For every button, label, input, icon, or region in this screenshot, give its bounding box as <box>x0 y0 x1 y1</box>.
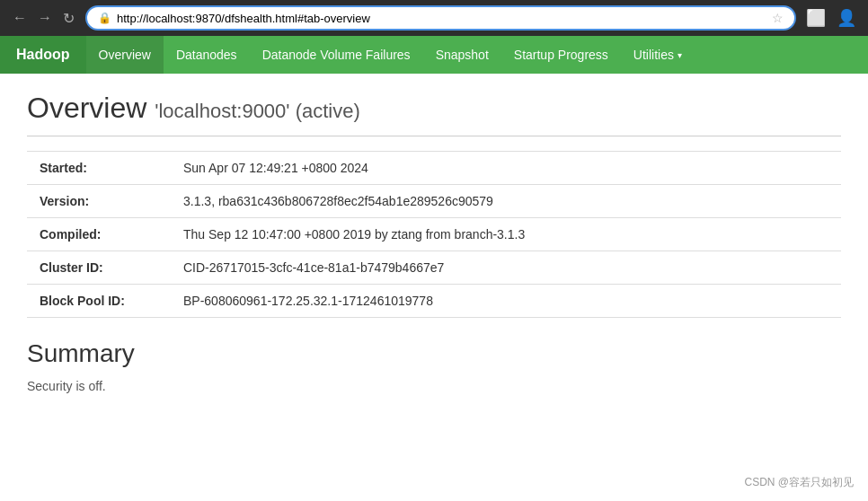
row-value: BP-608060961-172.25.32.1-1712461019778 <box>171 285 841 318</box>
lock-icon: 🔒 <box>98 12 111 24</box>
extension-button[interactable]: ⬜ <box>803 5 828 31</box>
summary-title: Summary <box>27 339 841 368</box>
browser-chrome: ← → ↻ 🔒 ☆ ⬜ 👤 <box>0 0 868 36</box>
nav-item-utilities: Utilities ▾ <box>621 36 695 74</box>
page-subtitle: 'localhost:9000' (active) <box>155 100 360 122</box>
nav-link-utilities[interactable]: Utilities ▾ <box>621 36 695 74</box>
nav-item-datanode-volume-failures: Datanode Volume Failures <box>250 36 423 74</box>
nav-link-datanodes[interactable]: Datanodes <box>164 36 250 74</box>
url-input[interactable] <box>117 12 766 25</box>
row-value: 3.1.3, rba631c436b806728f8ec2f54ab1e2895… <box>171 185 841 218</box>
browser-actions: ⬜ 👤 <box>803 5 859 31</box>
row-value: CID-26717015-3cfc-41ce-81a1-b7479b4667e7 <box>171 251 841 285</box>
row-label: Block Pool ID: <box>27 285 171 318</box>
nav-link-snapshot[interactable]: Snapshot <box>423 36 501 74</box>
row-label: Compiled: <box>27 218 171 251</box>
divider <box>27 136 841 136</box>
page-title: Overview 'localhost:9000' (active) <box>27 92 841 125</box>
row-label: Cluster ID: <box>27 251 171 285</box>
table-row: Started: Sun Apr 07 12:49:21 +0800 2024 <box>27 152 841 185</box>
nav-link-datanode-volume-failures[interactable]: Datanode Volume Failures <box>250 36 423 74</box>
navbar-brand[interactable]: Hadoop <box>0 36 86 74</box>
nav-item-snapshot: Snapshot <box>423 36 501 74</box>
reload-button[interactable]: ↻ <box>59 8 78 29</box>
navbar-nav: Overview Datanodes Datanode Volume Failu… <box>86 36 695 74</box>
table-row: Block Pool ID: BP-608060961-172.25.32.1-… <box>27 285 841 318</box>
address-bar: 🔒 ☆ <box>85 5 796 31</box>
info-table: Started: Sun Apr 07 12:49:21 +0800 2024 … <box>27 151 841 318</box>
dropdown-arrow-icon: ▾ <box>678 50 682 60</box>
back-button[interactable]: ← <box>9 8 31 28</box>
profile-button[interactable]: 👤 <box>834 5 859 31</box>
forward-button[interactable]: → <box>34 8 56 28</box>
navbar: Hadoop Overview Datanodes Datanode Volum… <box>0 36 868 74</box>
nav-item-overview: Overview <box>86 36 164 74</box>
nav-link-startup-progress[interactable]: Startup Progress <box>501 36 621 74</box>
security-note: Security is off. <box>27 379 841 393</box>
nav-buttons: ← → ↻ <box>9 8 78 29</box>
row-label: Version: <box>27 185 171 218</box>
main-content: Overview 'localhost:9000' (active) Start… <box>0 74 868 411</box>
table-row: Cluster ID: CID-26717015-3cfc-41ce-81a1-… <box>27 251 841 285</box>
table-row: Compiled: Thu Sep 12 10:47:00 +0800 2019… <box>27 218 841 251</box>
row-value: Sun Apr 07 12:49:21 +0800 2024 <box>171 152 841 185</box>
row-label: Started: <box>27 152 171 185</box>
bookmark-icon[interactable]: ☆ <box>772 11 784 25</box>
row-value: Thu Sep 12 10:47:00 +0800 2019 by ztang … <box>171 218 841 251</box>
nav-link-overview[interactable]: Overview <box>86 36 164 74</box>
table-row: Version: 3.1.3, rba631c436b806728f8ec2f5… <box>27 185 841 218</box>
nav-item-startup-progress: Startup Progress <box>501 36 621 74</box>
nav-item-datanodes: Datanodes <box>164 36 250 74</box>
